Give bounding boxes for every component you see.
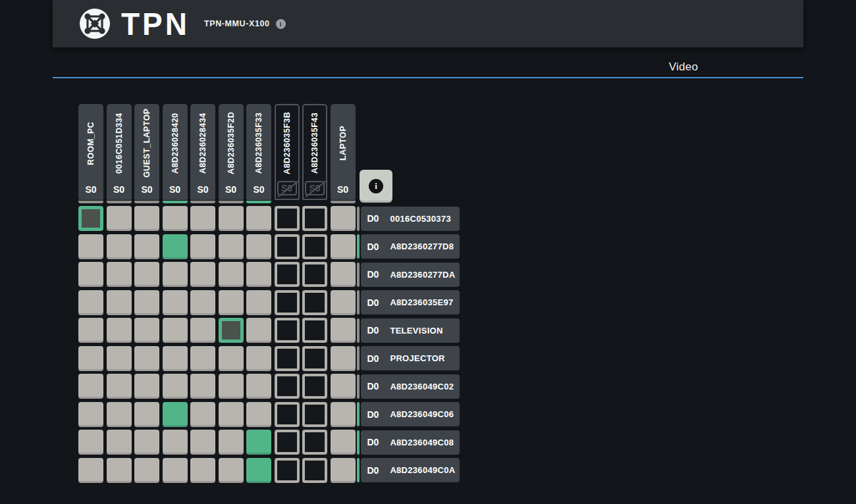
crosspoint-r5-c4-idle[interactable] [163,318,188,343]
crosspoint-r5-c2-idle[interactable] [107,318,132,343]
crosspoint-r8-c3-idle[interactable] [134,402,159,427]
crosspoint-r2-c3-idle[interactable] [134,234,159,259]
crosspoint-r4-c5-idle[interactable] [190,290,215,315]
tab-video[interactable]: Video [564,55,803,77]
crosspoint-r3-c2-idle[interactable] [107,262,132,287]
destination-row-label-projector[interactable]: D0PROJECTOR [357,346,460,370]
source-header-0016c051d334[interactable]: 0016C051D334S0 [107,104,132,203]
destination-row-label-a8d236049c06[interactable]: D0A8D236049C06 [357,402,460,426]
crosspoint-r8-c2-idle[interactable] [107,402,132,427]
crosspoint-r4-c3-idle[interactable] [134,290,159,315]
destination-row-label-a8d236049c08[interactable]: D0A8D236049C08 [357,430,460,455]
crosspoint-r10-c10-idle[interactable] [331,458,356,483]
crosspoint-r3-c10-idle[interactable] [331,262,356,287]
crosspoint-r9-c7-routed[interactable] [246,430,271,455]
crosspoint-r2-c10-idle[interactable] [331,234,356,259]
crosspoint-r3-c4-idle[interactable] [163,262,188,287]
crosspoint-r7-c6-idle[interactable] [219,374,244,399]
crosspoint-r8-c10-idle[interactable] [331,402,356,427]
crosspoint-r7-c4-idle[interactable] [163,374,188,399]
crosspoint-r2-c1-idle[interactable] [78,234,103,259]
crosspoint-r7-c1-idle[interactable] [78,374,103,399]
crosspoint-r2-c2-idle[interactable] [107,234,132,259]
destination-row-label-a8d2360277d8[interactable]: D0A8D2360277D8 [357,234,460,259]
crosspoint-r7-c3-idle[interactable] [134,374,159,399]
source-header-a8d236028434[interactable]: A8D236028434S0 [190,104,215,203]
destination-row-label-a8d236049c02[interactable]: D0A8D236049C02 [357,374,460,399]
source-header-guest_laptop[interactable]: GUEST_LAPTOPS0 [134,104,159,203]
crosspoint-r6-c5-idle[interactable] [190,346,215,371]
crosspoint-r2-c5-idle[interactable] [190,234,215,259]
crosspoint-r6-c7-idle[interactable] [246,346,271,371]
crosspoint-r9-c6-idle[interactable] [219,430,244,455]
crosspoint-r3-c3-idle[interactable] [134,262,159,287]
crosspoint-r4-c6-idle[interactable] [219,290,244,315]
crosspoint-r4-c10-idle[interactable] [331,290,356,315]
crosspoint-r1-c5-idle[interactable] [190,206,215,231]
crosspoint-r10-c1-idle[interactable] [78,458,103,483]
crosspoint-r7-c2-idle[interactable] [107,374,132,399]
crosspoint-r6-c1-idle[interactable] [78,346,103,371]
crosspoint-r2-c7-idle[interactable] [246,234,271,259]
crosspoint-r1-c4-idle[interactable] [163,206,188,231]
crosspoint-r9-c3-idle[interactable] [134,430,159,455]
crosspoint-r1-c6-idle[interactable] [219,206,244,231]
destination-row-label-a8d236035e97[interactable]: D0A8D236035E97 [357,290,460,315]
crosspoint-r7-c7-idle[interactable] [246,374,271,399]
crosspoint-r6-c10-idle[interactable] [331,346,356,371]
destination-row-label-0016c0530373[interactable]: D00016C0530373 [357,207,460,231]
source-header-laptop[interactable]: LAPTOPS0 [331,104,356,203]
crosspoint-r10-c7-routed[interactable] [246,458,271,483]
crosspoint-r4-c4-idle[interactable] [163,290,188,315]
crosspoint-r1-c2-idle[interactable] [107,206,132,231]
crosspoint-r10-c2-idle[interactable] [107,458,132,483]
crosspoint-r4-c7-idle[interactable] [246,290,271,315]
crosspoint-r10-c4-idle[interactable] [163,458,188,483]
crosspoint-r1-c10-idle[interactable] [331,206,356,231]
crosspoint-r5-c5-idle[interactable] [190,318,215,343]
destination-row-label-television[interactable]: D0TELEVISION [357,318,460,343]
crosspoint-r9-c10-idle[interactable] [331,430,356,455]
crosspoint-r9-c1-idle[interactable] [78,430,103,455]
crosspoint-r5-c6-selected[interactable] [219,318,244,343]
crosspoint-r7-c5-idle[interactable] [190,374,215,399]
crosspoint-r2-c6-idle[interactable] [219,234,244,259]
crosspoint-r6-c4-idle[interactable] [163,346,188,371]
matrix-info-button[interactable]: i [360,170,392,203]
crosspoint-r1-c7-idle[interactable] [246,206,271,231]
source-header-a8d236035f33[interactable]: A8D236035F33S0 [246,104,271,203]
crosspoint-r10-c3-idle[interactable] [134,458,159,483]
source-header-a8d236028420[interactable]: A8D236028420S0 [163,104,188,203]
crosspoint-r5-c1-idle[interactable] [78,318,103,343]
crosspoint-r2-c4-routed[interactable] [163,234,188,259]
source-header-room_pc[interactable]: ROOM_PCS0 [78,104,103,203]
crosspoint-r8-c6-idle[interactable] [219,402,244,427]
crosspoint-r9-c2-idle[interactable] [107,430,132,455]
crosspoint-r4-c2-idle[interactable] [107,290,132,315]
crosspoint-r9-c4-idle[interactable] [163,430,188,455]
crosspoint-r8-c1-idle[interactable] [78,402,103,427]
crosspoint-r10-c6-idle[interactable] [219,458,244,483]
crosspoint-r5-c10-idle[interactable] [331,318,356,343]
crosspoint-r9-c5-idle[interactable] [190,430,215,455]
crosspoint-r1-c1-selected[interactable] [78,206,103,231]
crosspoint-r3-c6-idle[interactable] [219,262,244,287]
crosspoint-r8-c4-routed[interactable] [163,402,188,427]
crosspoint-r5-c7-idle[interactable] [246,318,271,343]
destination-row-label-a8d236049c0a[interactable]: D0A8D236049C0A [357,458,460,482]
crosspoint-r3-c5-idle[interactable] [190,262,215,287]
crosspoint-r8-c7-idle[interactable] [246,402,271,427]
crosspoint-r8-c5-idle[interactable] [190,402,215,427]
model-info-icon[interactable]: i [276,19,286,29]
crosspoint-r3-c7-idle[interactable] [246,262,271,287]
crosspoint-r6-c6-idle[interactable] [219,346,244,371]
crosspoint-r1-c3-idle[interactable] [134,206,159,231]
crosspoint-r6-c3-idle[interactable] [134,346,159,371]
source-header-a8d236035f2d[interactable]: A8D236035F2DS0 [219,104,244,203]
crosspoint-r10-c5-idle[interactable] [190,458,215,483]
destination-row-label-a8d2360277da[interactable]: D0A8D2360277DA [357,263,460,287]
crosspoint-r3-c1-idle[interactable] [78,262,103,287]
crosspoint-r5-c3-idle[interactable] [134,318,159,343]
crosspoint-r7-c10-idle[interactable] [331,374,356,399]
crosspoint-r4-c1-idle[interactable] [78,290,103,315]
